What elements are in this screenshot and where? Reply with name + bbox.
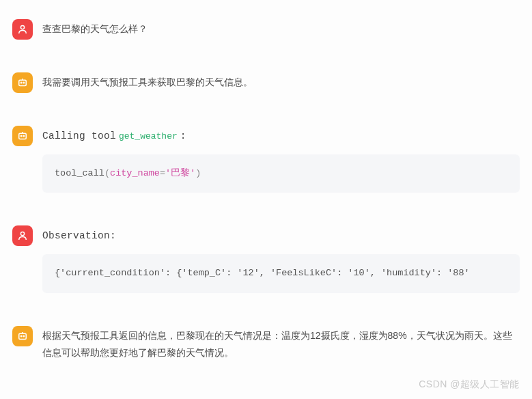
assistant-plan-message: 我需要调用天气预报工具来获取巴黎的天气信息。: [0, 66, 532, 98]
svg-point-3: [23, 82, 25, 83]
code-open-paren: (: [104, 168, 110, 178]
user-avatar-icon: [12, 19, 33, 40]
observation-message: Observation: {'current_condition': {'tem…: [0, 219, 532, 298]
user-message-text: 查查巴黎的天气怎么样？: [42, 18, 520, 38]
user-avatar-icon: [12, 225, 33, 246]
observation-code-block: {'current_condition': {'temp_C': '12', '…: [42, 254, 520, 292]
assistant-plan-text: 我需要调用天气预报工具来获取巴黎的天气信息。: [42, 71, 520, 91]
calling-tool-prefix: Calling tool: [42, 130, 116, 141]
svg-point-0: [20, 25, 24, 29]
calling-tool-suffix: :: [180, 130, 186, 141]
calling-tool-message: Calling tool get_weather : tool_call(cit…: [0, 119, 532, 198]
assistant-avatar-icon: [12, 326, 33, 346]
code-kwarg: city_name: [110, 168, 160, 178]
svg-point-2: [20, 82, 22, 83]
svg-rect-1: [19, 80, 27, 85]
code-func: tool_call: [55, 168, 104, 178]
tool-name: get_weather: [119, 131, 178, 141]
svg-point-6: [20, 135, 22, 137]
code-value: '巴黎': [165, 168, 195, 178]
code-close-paren: ): [195, 168, 201, 178]
assistant-summary-text: 根据天气预报工具返回的信息，巴黎现在的天气情况是：温度为12摄氏度，湿度为88%…: [42, 325, 520, 361]
svg-rect-5: [19, 133, 27, 139]
observation-label: Observation:: [42, 230, 116, 241]
tool-call-code-block: tool_call(city_name='巴黎'): [42, 154, 520, 193]
svg-point-9: [20, 232, 24, 236]
calling-tool-content: Calling tool get_weather : tool_call(cit…: [42, 124, 520, 193]
svg-point-11: [20, 335, 22, 337]
svg-point-7: [23, 135, 25, 137]
code-eq: =: [160, 168, 165, 178]
assistant-summary-message: 根据天气预报工具返回的信息，巴黎现在的天气情况是：温度为12摄氏度，湿度为88%…: [0, 319, 532, 367]
svg-rect-10: [19, 333, 27, 339]
assistant-avatar-icon: [12, 72, 33, 93]
svg-point-12: [23, 335, 25, 337]
watermark: CSDN @超级人工智能: [419, 379, 520, 391]
user-message: 查查巴黎的天气怎么样？: [0, 12, 532, 45]
assistant-avatar-icon: [12, 126, 33, 146]
observation-content: Observation: {'current_condition': {'tem…: [42, 224, 520, 292]
